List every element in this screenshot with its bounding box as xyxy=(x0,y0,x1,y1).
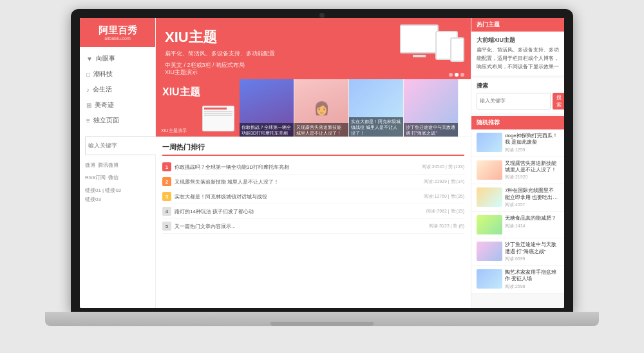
dot-3[interactable] xyxy=(460,73,464,77)
rank-item-3[interactable]: 4 路灯的14种玩法 孩子们发了都心动 阅读:7962 | 赞:(15) xyxy=(162,204,464,219)
rank-text-2: 实在大都是！阿克林级城镇对话城与战役 xyxy=(175,193,421,200)
random-stats-5: 阅读:2598 xyxy=(505,283,559,290)
monitor-icon xyxy=(400,24,439,53)
sidebar-search-input[interactable] xyxy=(85,136,164,155)
sidebar-social2: RSS订阅 微信 xyxy=(80,171,155,184)
sidebar-item-news[interactable]: ▼ 向眼事 xyxy=(80,51,155,66)
rank-num-0: 1 xyxy=(162,162,171,171)
right-search-section: 搜索 搜索 xyxy=(471,78,564,113)
main-content: XIU主题 扁平化、简活风、多设备支持、多功能配置 中英文 / 2栏或3栏 / … xyxy=(156,18,471,308)
random-item-5[interactable]: 陶艺术家家用手指盆球作 变征人场 阅读:2598 xyxy=(471,266,564,294)
rank-item-2[interactable]: 3 实在大都是！阿克林级城镇对话城与战役 阅读:13760 | 赞:(26) xyxy=(162,189,464,204)
post-thumb-2[interactable]: 实在大都是！阿克林级城镇战役 城里人是不让人没了！ xyxy=(349,79,404,137)
sidebar-item-page[interactable]: ≡ 独立页面 xyxy=(80,113,155,128)
rank-item-4[interactable]: 5 又一篇热门文章内容展示... 阅读:5123 | 赞:(8) xyxy=(162,219,464,234)
logo-sub: alibaixiu.com xyxy=(85,36,150,41)
ranking-title: 一周热门排行 xyxy=(162,142,464,156)
weixin-link[interactable]: 微信 xyxy=(108,174,118,181)
mini-bar xyxy=(204,108,227,110)
sidebar-item-label: 向眼事 xyxy=(96,54,115,63)
rank-stats-4: 阅读:5123 | 赞:(8) xyxy=(429,223,464,229)
link-01[interactable]: 链接01 | 链接02 xyxy=(85,186,150,195)
random-content-0: doge神探狗打完西瓜！我 是如此废柴 阅读:1259 xyxy=(505,133,559,153)
sidebar-item-life[interactable]: ♪ 会生活 xyxy=(80,82,155,97)
random-title-5: 陶艺术家家用手指盆球作 变征人场 xyxy=(505,269,559,283)
hot-section: 热门主题 大前端XIU主题 扁平化、简活风、多设备支持、多功能配置，适用于栏目栏… xyxy=(471,18,564,75)
nav-icon-page: ≡ xyxy=(86,117,90,124)
sidebar-item-label: 独立页面 xyxy=(93,116,119,125)
top-banner: XIU主题 扁平化、简活风、多设备支持、多功能配置 中英文 / 2栏或3栏 / … xyxy=(156,18,471,79)
post-thumb-0[interactable]: 你敢挑战？全球第一辆全功能3D打印摩托车亮相 xyxy=(240,79,294,137)
rss-link[interactable]: RSS订阅 xyxy=(85,174,106,181)
phone-icon xyxy=(450,37,464,62)
sidebar-nav: ▼ 向眼事 □ 潮科技 ♪ 会生活 ⊞ 美奇迹 xyxy=(80,47,155,132)
weibo-link[interactable]: 微博 xyxy=(85,162,95,169)
post-thumb-1[interactable]: 👩 又现露营失落追新技能 城里人是不让人没了！ xyxy=(294,79,349,137)
nav-icon-news: ▼ xyxy=(86,55,93,62)
rank-text-0: 你敢挑战吗？全球第一辆全功能3D打印摩托车亮相 xyxy=(175,164,419,171)
laptop: 阿里百秀 alibaixiu.com ▼ 向眼事 □ 潮科技 xyxy=(45,9,599,344)
dot-1[interactable] xyxy=(449,73,453,77)
random-item-2[interactable]: 7种在国际光线图里不能立即拿用 也要吃出品味！ 阅读:4557 xyxy=(471,184,564,212)
banner-label: XIU主题演示 xyxy=(165,68,198,77)
rank-stats-0: 阅读:30545 | 赞:(133) xyxy=(422,164,464,170)
random-content-4: 沙丁鱼迁途途中与天敌遭遇 打"海底之战" 阅读:6599 xyxy=(505,242,559,262)
rank-text-3: 路灯的14种玩法 孩子们发了都心动 xyxy=(175,208,424,215)
xiu-card-left: XIU主题 XIU主题演示 xyxy=(156,79,240,137)
random-stats-3: 阅读:1414 xyxy=(505,223,559,229)
random-item-0[interactable]: doge神探狗打完西瓜！我 是如此废柴 阅读:1259 xyxy=(471,129,564,157)
sidebar-item-wonder[interactable]: ⊞ 美奇迹 xyxy=(80,97,155,113)
random-section: 随机推荐 doge神探狗打完西瓜！我 是如此废柴 阅读:1259 又现露营 xyxy=(471,116,564,294)
sidebar-social: 微博 腾讯微博 xyxy=(80,159,155,171)
random-title-2: 7种在国际光线图里不能立即拿用 也要吃出品味！ xyxy=(505,187,559,201)
random-title-0: doge神探狗打完西瓜！我 是如此废柴 xyxy=(505,133,559,146)
laptop-base xyxy=(45,312,599,326)
mini-line-3 xyxy=(204,115,232,116)
rank-item-1[interactable]: 2 又现露营失落追新技能 城里人是不让人没了！ 阅读:21929 | 赞:(14… xyxy=(162,175,464,189)
hot-section-body: 大前端XIU主题 扁平化、简活风、多设备支持、多功能配置，适用于栏目栏或个人博客… xyxy=(471,32,564,75)
tencent-weibo-link[interactable]: 腾讯微博 xyxy=(98,162,118,169)
post-title-2: 实在大都是！阿克林级城镇战役 城里人是不让人没了！ xyxy=(349,117,403,137)
rank-num-3: 4 xyxy=(162,207,171,216)
sidebar: 阿里百秀 alibaixiu.com ▼ 向眼事 □ 潮科技 xyxy=(80,18,156,308)
post-title-3: 沙丁鱼迁途途中与天敌遭遇 打"海底之战" xyxy=(404,123,458,137)
rank-num-1: 2 xyxy=(162,177,171,186)
website: 阿里百秀 alibaixiu.com ▼ 向眼事 □ 潮科技 xyxy=(80,18,564,308)
random-thumb-5 xyxy=(477,269,502,289)
random-content-3: 无糖食品真的能减肥？ 阅读:1414 xyxy=(505,215,559,229)
random-item-3[interactable]: 无糖食品真的能减肥？ 阅读:1414 xyxy=(471,212,564,238)
dot-2[interactable] xyxy=(455,73,459,77)
rank-num-2: 3 xyxy=(162,192,171,201)
post-thumb-3[interactable]: 沙丁鱼迁途途中与天敌遭遇 打"海底之战" xyxy=(404,79,459,137)
mini-screen-content xyxy=(203,106,234,131)
sidebar-item-label: 潮科技 xyxy=(93,70,113,79)
banner-subtitle1: 扁平化、简活风、多设备支持、多功能配置 xyxy=(165,49,275,58)
rank-num-4: 5 xyxy=(162,222,171,231)
xiu-card-title: XIU主题 xyxy=(162,86,233,99)
random-title-1: 又现露营失落追新技能 城里人是不让人没了！ xyxy=(505,160,559,174)
sidebar-search: 搜索 xyxy=(80,132,155,159)
mini-line-2 xyxy=(204,113,232,114)
post-title-0: 你敢挑战？全球第一辆全功能3D打印摩托车亮相 xyxy=(240,123,294,137)
logo-text: 阿里百秀 xyxy=(85,24,150,36)
rank-text-4: 又一篇热门文章内容展示... xyxy=(175,223,426,230)
rank-stats-1: 阅读:21929 | 赞:(14) xyxy=(424,178,464,185)
sidebar-item-tech[interactable]: □ 潮科技 xyxy=(80,66,155,82)
random-content-2: 7种在国际光线图里不能立即拿用 也要吃出品味！ 阅读:4557 xyxy=(505,187,559,208)
banner-title: XIU主题 xyxy=(165,28,275,47)
random-content-1: 又现露营失落追新技能 城里人是不让人没了！ 阅读:21920 xyxy=(505,160,559,181)
rank-item-0[interactable]: 1 你敢挑战吗？全球第一辆全功能3D打印摩托车亮相 阅读:30545 | 赞:(… xyxy=(162,160,464,175)
link-03[interactable]: 链接03 xyxy=(85,195,150,204)
random-header: 随机推荐 xyxy=(471,116,564,129)
random-item-4[interactable]: 沙丁鱼迁途途中与天敌遭遇 打"海底之战" 阅读:6599 xyxy=(471,238,564,266)
right-search-button[interactable]: 搜索 xyxy=(553,93,564,110)
xiu-card: XIU主题 XIU主题演示 xyxy=(156,79,471,137)
ranking-title-text: 一周热门排行 xyxy=(162,142,205,152)
random-item-1[interactable]: 又现露营失落追新技能 城里人是不让人没了！ 阅读:21920 xyxy=(471,157,564,185)
right-search-input[interactable] xyxy=(477,93,551,110)
random-title-4: 沙丁鱼迁途途中与天敌遭遇 打"海底之战" xyxy=(505,242,559,255)
xiu-card-label: XIU主题演示 xyxy=(161,128,187,134)
xiu-card-posts: 你敢挑战？全球第一辆全功能3D打印摩托车亮相 👩 又现露营失落追新技能 城里人是… xyxy=(240,79,471,137)
post-title-1: 又现露营失落追新技能 城里人是不让人没了！ xyxy=(294,123,348,137)
banner-dots xyxy=(449,73,464,77)
